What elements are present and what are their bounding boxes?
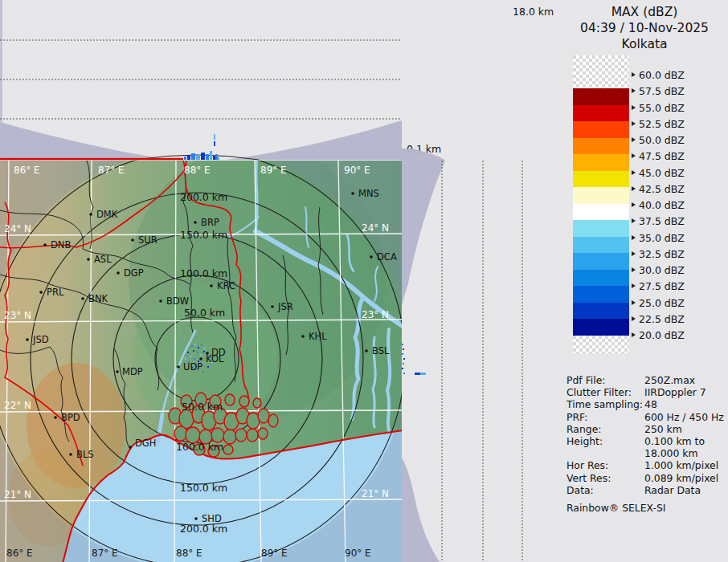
meta-label (566, 447, 644, 459)
svg-text:88° E: 88° E (176, 548, 202, 559)
colorbar-band (573, 204, 629, 220)
colorbar-band (573, 138, 629, 154)
tick-arrow-icon (632, 170, 636, 175)
tick-arrow-icon (632, 267, 636, 272)
svg-text:24° N: 24° N (4, 223, 31, 234)
svg-text:BLS: BLS (76, 449, 94, 460)
software-brand: Rainbow® SELEX-SI (566, 502, 726, 514)
colorbar-band (573, 237, 629, 253)
legend-label: 27.5 dBZ (639, 280, 685, 292)
svg-text:KOL: KOL (206, 353, 224, 364)
svg-text:MDP: MDP (122, 366, 143, 377)
svg-text:86° E: 86° E (6, 548, 33, 559)
tick-arrow-icon (632, 218, 636, 223)
svg-text:88° E: 88° E (184, 165, 211, 176)
legend-label: 40.0 dBZ (639, 199, 685, 211)
top-height-panel-canvas (0, 0, 402, 161)
tick-arrow-icon (632, 72, 636, 77)
meta-value: 48 (644, 398, 657, 410)
svg-text:KHL: KHL (309, 331, 327, 342)
legend-label: 25.0 dBZ (639, 297, 685, 309)
meta-label: PRF: (566, 411, 644, 423)
legend-label: 47.5 dBZ (639, 150, 685, 162)
svg-text:100.0 km: 100.0 km (180, 267, 227, 279)
svg-text:87° E: 87° E (98, 165, 125, 176)
svg-text:SUR: SUR (138, 234, 157, 246)
svg-text:150.0 km: 150.0 km (180, 229, 227, 241)
legend-label: 30.0 dBZ (639, 264, 685, 276)
colorbar-band (573, 270, 629, 286)
height-gridlines (0, 40, 402, 119)
colorbar-band (573, 121, 629, 138)
meta-label: Hor Res: (566, 459, 644, 471)
svg-text:89° E: 89° E (260, 165, 287, 176)
tick-arrow-icon (632, 251, 636, 256)
colorbar-band (573, 187, 629, 204)
meta-value: 250 km (644, 423, 682, 435)
svg-text:22° N: 22° N (4, 400, 31, 411)
product-metadata: Pdf File:250Z.max Clutter Filter:IIRDopp… (566, 374, 726, 514)
colorbar-band (573, 319, 629, 336)
svg-text:UDP: UDP (183, 361, 202, 373)
svg-text:86° E: 86° E (14, 165, 40, 176)
colorbar-band (573, 220, 629, 237)
legend-label: 32.5 dBZ (639, 248, 685, 260)
meta-label: Time sampling: (566, 398, 644, 410)
tick-arrow-icon (632, 332, 636, 337)
colorbar-band (573, 253, 629, 270)
meta-value: Radar Data (644, 484, 701, 496)
meta-value: 250Z.max (644, 374, 695, 386)
tick-arrow-icon (632, 186, 636, 191)
svg-text:ASL: ASL (94, 254, 112, 265)
svg-text:89° E: 89° E (261, 548, 288, 559)
svg-text:150.0 km: 150.0 km (180, 482, 227, 494)
svg-text:24° N: 24° N (362, 222, 389, 234)
meta-value: 600 Hz / 450 Hz (644, 411, 724, 423)
svg-text:JSD: JSD (32, 334, 49, 345)
colorbar-checker-bottom (573, 336, 629, 353)
svg-text:JSR: JSR (277, 301, 293, 312)
svg-text:DGP: DGP (124, 267, 144, 279)
tick-arrow-icon (632, 300, 636, 305)
svg-text:PRL: PRL (47, 287, 64, 298)
right-panel-echoes (402, 344, 426, 375)
radar-map-canvas: MNS DMK BRP SUR DNB ASL DGP DCA KRC PRL … (0, 161, 402, 562)
tick-arrow-icon (632, 121, 636, 126)
svg-text:23° N: 23° N (362, 309, 389, 320)
height-axis-max-label: 18.0 km (513, 6, 554, 18)
beam-envelope-shapes (402, 149, 445, 562)
svg-text:BSL: BSL (372, 345, 390, 356)
svg-text:200.0 km: 200.0 km (180, 191, 227, 203)
top-panel-echoes (184, 134, 219, 160)
colorbar-checker-top (573, 55, 629, 88)
legend-label: 35.0 dBZ (639, 232, 685, 244)
meta-label: Clutter Filter: (566, 386, 644, 398)
svg-text:21° N: 21° N (4, 489, 31, 500)
colorbar-band (573, 154, 629, 171)
svg-text:50.0 km: 50.0 km (184, 307, 225, 319)
tick-arrow-icon (632, 105, 636, 110)
svg-text:50.0 km: 50.0 km (182, 401, 223, 413)
meta-value: 0.089 km/pixel (644, 472, 718, 484)
svg-text:90° E: 90° E (345, 548, 371, 559)
tick-arrow-icon (632, 283, 636, 288)
legend-label: 52.5 dBZ (639, 118, 685, 130)
legend-label: 50.0 dBZ (639, 134, 685, 146)
legend-label: 57.5 dBZ (639, 85, 685, 97)
legend-label: 37.5 dBZ (639, 215, 685, 227)
right-height-panel (402, 149, 567, 562)
legend-label: 55.0 dBZ (639, 102, 685, 114)
svg-text:KRC: KRC (217, 280, 235, 291)
svg-text:200.0 km: 200.0 km (180, 523, 227, 535)
tick-arrow-icon (632, 202, 636, 207)
meta-label: Range: (566, 423, 644, 435)
svg-text:100.0 km: 100.0 km (176, 441, 223, 453)
colorbar-band (573, 286, 629, 303)
legend-label: 45.0 dBZ (639, 167, 685, 179)
top-height-panel (0, 0, 402, 161)
svg-text:DNB: DNB (51, 239, 71, 250)
colorbar-band (573, 171, 629, 187)
right-height-panel-canvas (402, 149, 567, 562)
colorbar-band (573, 105, 629, 121)
meta-value: IIRDoppler 7 (644, 386, 706, 398)
